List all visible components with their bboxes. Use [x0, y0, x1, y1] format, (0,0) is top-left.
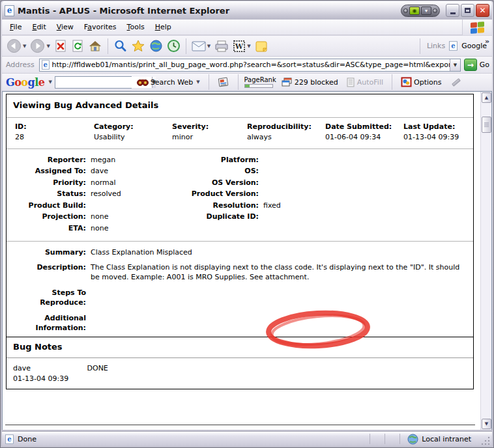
- os-value: [263, 165, 473, 177]
- pagerank-bar: [244, 84, 273, 88]
- pagerank-indicator[interactable]: PageRank: [244, 77, 276, 88]
- highlighter-icon[interactable]: [452, 78, 461, 87]
- product-build-label: Product Build:: [7, 200, 90, 212]
- assigned-to-value: dave: [90, 165, 179, 177]
- col-reproducibility-value: always: [247, 132, 325, 143]
- stop-button[interactable]: [52, 38, 69, 54]
- search-web-button[interactable]: Search Web ▼: [134, 76, 203, 88]
- col-last-update-label: Last Update:: [403, 122, 473, 133]
- minimize-button[interactable]: [446, 4, 459, 17]
- autofill-button[interactable]: AutoFill: [343, 76, 386, 89]
- browser-viewport: Viewing Bug Advanced Details ID:28 Categ…: [2, 91, 492, 430]
- pagerank-label: PageRank: [244, 77, 276, 83]
- mail-button[interactable]: ▼: [190, 40, 212, 53]
- status-panel: e Done: [5, 434, 362, 445]
- ie-app-icon: e: [5, 5, 14, 16]
- product-build-value: [90, 200, 179, 212]
- steps-to-reproduce-value: [90, 287, 473, 312]
- document-icon: e: [5, 434, 14, 443]
- maximize-button[interactable]: [461, 4, 474, 17]
- menu-file[interactable]: File: [5, 20, 27, 34]
- messenger-button[interactable]: [253, 38, 270, 54]
- go-label: Go: [480, 61, 489, 69]
- scroll-thumb[interactable]: [482, 117, 491, 133]
- os-version-label: OS Version:: [179, 177, 263, 189]
- google-link[interactable]: Google: [461, 42, 487, 50]
- forward-button[interactable]: ▼: [28, 37, 51, 55]
- address-bar: Address e http://ffldweb01/mantis/print_…: [2, 57, 492, 74]
- history-clock-icon: [167, 39, 181, 53]
- status-bar: e Done Local intranet: [2, 431, 492, 446]
- duplicate-id-label: Duplicate ID:: [179, 211, 263, 223]
- scroll-up-button[interactable]: ▲: [482, 92, 491, 103]
- scroll-down-button[interactable]: ▼: [482, 419, 491, 429]
- go-button[interactable]: → Go: [464, 59, 489, 71]
- os-label: OS:: [179, 165, 263, 177]
- steps-to-reproduce-label: Steps To Reproduce:: [7, 287, 90, 312]
- col-category-label: Category:: [94, 122, 172, 133]
- google-logo[interactable]: Google: [6, 76, 44, 89]
- resize-grip[interactable]: [482, 436, 491, 445]
- status-text: Done: [18, 435, 36, 443]
- refresh-button[interactable]: [69, 38, 86, 54]
- nvidia-desktop-widget[interactable]: ◉ ▾: [401, 5, 440, 17]
- options-label: Options: [414, 78, 441, 87]
- forward-icon: [30, 38, 45, 53]
- news-button[interactable]: [215, 76, 232, 89]
- reporter-label: Reporter:: [7, 154, 90, 166]
- google-search-input[interactable]: ▼: [55, 76, 132, 89]
- options-button[interactable]: Options: [398, 76, 444, 89]
- projection-label: Projection:: [7, 211, 90, 223]
- news-icon: [218, 77, 229, 87]
- search-button[interactable]: [111, 38, 129, 54]
- eta-label: ETA:: [7, 223, 90, 234]
- messenger-note-icon: [255, 40, 268, 53]
- intranet-globe-icon: [407, 434, 418, 445]
- toolbar-separator: [108, 38, 108, 54]
- address-input[interactable]: e http://ffldweb01/mantis/print_all_bug_…: [39, 59, 461, 72]
- menu-favorites[interactable]: Favorites: [79, 20, 122, 34]
- menu-edit[interactable]: Edit: [27, 20, 51, 34]
- print-icon: [214, 40, 229, 53]
- bug-header-row: ID:28 Category:Usability Severity:minor …: [7, 118, 473, 149]
- home-button[interactable]: [86, 38, 104, 54]
- menu-tools[interactable]: Tools: [122, 20, 150, 34]
- nvidia-icon[interactable]: ◉: [409, 7, 420, 15]
- col-date-submitted-label: Date Submitted:: [325, 122, 403, 133]
- menu-view[interactable]: View: [51, 20, 79, 34]
- widget-collapse-icon[interactable]: ▾: [421, 7, 431, 15]
- menu-help[interactable]: Help: [150, 20, 177, 34]
- vertical-scrollbar[interactable]: ▲ ▼: [480, 92, 491, 430]
- browser-window: e Mantis - APLUS - Microsoft Internet Ex…: [0, 0, 494, 448]
- widget-dot-icon: [433, 8, 437, 13]
- resolution-label: Resolution:: [179, 200, 263, 212]
- popup-blocked-button[interactable]: 229 blocked: [279, 76, 341, 89]
- history-button[interactable]: [165, 38, 182, 54]
- address-dropdown-button[interactable]: ▼: [450, 59, 459, 71]
- title-bar[interactable]: e Mantis - APLUS - Microsoft Internet Ex…: [2, 1, 492, 20]
- ie-page-icon: e: [42, 60, 50, 69]
- description-value: The Class Explanation is not displaying …: [90, 261, 473, 287]
- col-date-submitted-value: 01-06-04 09:34: [325, 132, 403, 143]
- windows-flag-icon: [470, 21, 485, 34]
- address-label: Address: [5, 61, 36, 69]
- stop-icon: [54, 39, 67, 53]
- col-id-label: ID:: [15, 122, 94, 133]
- menu-bar: File Edit View Favorites Tools Help: [2, 20, 492, 35]
- page-title: Viewing Bug Advanced Details: [7, 94, 473, 118]
- google-logo-dropdown-icon[interactable]: ▼: [48, 79, 51, 85]
- close-button[interactable]: ✕: [476, 4, 489, 17]
- media-button[interactable]: [147, 38, 165, 54]
- priority-label: Priority:: [7, 177, 90, 189]
- back-button[interactable]: ▼: [5, 37, 28, 55]
- page-bottom-rule: [5, 425, 475, 425]
- additional-information-label: Additional Information:: [7, 312, 90, 337]
- edit-with-word-button[interactable]: W ▼: [231, 38, 252, 54]
- col-last-update-value: 01-13-04 09:39: [403, 132, 473, 143]
- home-icon: [88, 39, 102, 53]
- address-url[interactable]: http://ffldweb01/mantis/print_all_bug_pa…: [52, 61, 450, 69]
- autofill-icon: [346, 77, 355, 87]
- toolbar-overflow-chevron[interactable]: »: [485, 37, 489, 46]
- favorites-button[interactable]: [129, 38, 147, 54]
- print-button[interactable]: [212, 38, 231, 54]
